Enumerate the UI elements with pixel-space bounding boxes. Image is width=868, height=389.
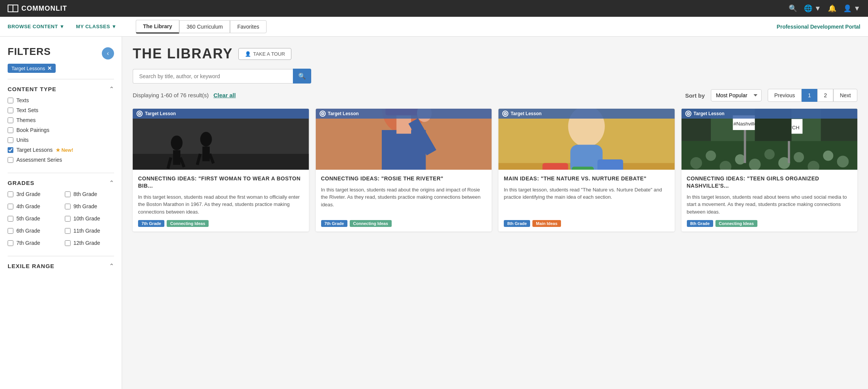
results-row: Displaying 1-60 of 76 result(s) Clear al… [133, 89, 857, 102]
card-1-tags: 7th Grade Connecting Ideas [138, 220, 304, 227]
svg-point-26 [505, 113, 506, 114]
filter-4th-grade[interactable]: 4th Grade [8, 203, 57, 209]
card-3[interactable]: Target Lesson A [498, 109, 675, 231]
sort-select[interactable]: Most Popular Title A-Z Title Z-A Newest [711, 89, 762, 101]
my-classes-chevron: ▼ [112, 24, 117, 29]
filter-11th-grade-checkbox[interactable] [65, 228, 71, 234]
filter-themes-checkbox[interactable] [8, 117, 13, 123]
card-3-desc: In this target lesson, students read "Th… [504, 186, 669, 215]
filter-6th-grade[interactable]: 6th Grade [8, 228, 57, 234]
tab-favorites[interactable]: Favorites [230, 20, 267, 33]
card-1-tag-skill: Connecting Ideas [167, 220, 209, 227]
content-type-section: CONTENT TYPE ⌃ Texts Text Sets Themes Bo… [8, 79, 114, 173]
card-3-tags: 8th Grade Main Ideas [504, 220, 669, 227]
filter-target-lessons[interactable]: Target Lessons ★ New! [8, 147, 114, 153]
filter-8th-grade[interactable]: 8th Grade [65, 191, 114, 197]
my-classes-label: MY CLASSES [76, 24, 110, 29]
filter-units[interactable]: Units [8, 137, 114, 143]
filter-10th-grade-label: 10th Grade [74, 215, 100, 222]
user-icon[interactable]: 👤 ▼ [843, 4, 860, 13]
filters-title: FILTERS [8, 46, 114, 58]
card-2-body: CONNECTING IDEAS: "ROSIE THE RIVETER" In… [316, 170, 492, 231]
filter-5th-grade[interactable]: 5th Grade [8, 215, 57, 222]
svg-point-51 [823, 151, 833, 161]
tab-360[interactable]: 360 Curriculum [179, 20, 230, 33]
card-2[interactable]: Target Lesson [316, 109, 492, 231]
filter-units-checkbox[interactable] [8, 137, 13, 143]
filter-7th-grade-checkbox[interactable] [8, 240, 13, 246]
card-1[interactable]: Target Lesson [133, 109, 309, 231]
card-1-tag-grade: 7th Grade [138, 220, 164, 227]
sidebar: FILTERS ‹ Target Lessons ✕ CONTENT TYPE … [0, 37, 122, 389]
active-filter-close[interactable]: ✕ [47, 65, 52, 71]
my-classes-menu[interactable]: MY CLASSES ▼ [76, 24, 117, 29]
svg-point-47 [764, 149, 775, 159]
page-2-button[interactable]: 2 [817, 89, 833, 102]
filter-7th-grade-label: 7th Grade [16, 240, 40, 246]
filter-5th-grade-label: 5th Grade [16, 215, 40, 222]
filter-12th-grade-checkbox[interactable] [65, 240, 71, 246]
search-input[interactable] [133, 69, 293, 84]
filter-11th-grade-label: 11th Grade [74, 228, 100, 234]
lexile-range-header[interactable]: LEXILE RANGE ⌃ [8, 262, 114, 270]
filter-8th-grade-checkbox[interactable] [65, 191, 71, 197]
svg-point-42 [690, 157, 702, 169]
prof-dev-link[interactable]: Professional Development Portal [777, 24, 860, 30]
card-4[interactable]: Target Lesson [682, 109, 858, 231]
filter-texts-checkbox[interactable] [8, 98, 13, 103]
filter-target-lessons-checkbox[interactable] [8, 147, 13, 153]
filter-themes-label: Themes [16, 117, 36, 123]
filter-themes[interactable]: Themes [8, 117, 114, 123]
filter-9th-grade[interactable]: 9th Grade [65, 203, 114, 209]
next-button[interactable]: Next [833, 89, 857, 102]
filter-11th-grade[interactable]: 11th Grade [65, 228, 114, 234]
previous-button[interactable]: Previous [768, 89, 801, 102]
commonlit-logo[interactable]: COMMONLIT [8, 5, 67, 13]
filter-7th-grade[interactable]: 7th Grade [8, 240, 57, 246]
filter-book-pairings-checkbox[interactable] [8, 127, 13, 133]
logo-book-icon [8, 5, 18, 12]
card-1-body: CONNECTING IDEAS: "FIRST WOMAN TO WEAR A… [133, 170, 309, 231]
card-3-title: MAIN IDEAS: "THE NATURE VS. NURTURE DEBA… [504, 175, 669, 182]
content-type-header[interactable]: CONTENT TYPE ⌃ [8, 85, 114, 93]
filter-4th-grade-checkbox[interactable] [8, 204, 13, 209]
page-1-button[interactable]: 1 [802, 89, 818, 102]
filter-12th-grade[interactable]: 12th Grade [65, 240, 114, 246]
grades-section: GRADES ⌃ 3rd Grade 8th Grade 4th Grade [8, 173, 114, 256]
filter-book-pairings-label: Book Pairings [16, 127, 49, 133]
filter-6th-grade-checkbox[interactable] [8, 228, 13, 234]
notification-icon[interactable]: 🔔 [828, 4, 836, 13]
svg-rect-32 [572, 167, 594, 170]
filter-text-sets[interactable]: Text Sets [8, 107, 114, 113]
filter-3rd-grade[interactable]: 3rd Grade [8, 191, 57, 197]
filter-assessment-series[interactable]: Assessment Series [8, 157, 114, 163]
sort-pagination-group: Sort by Most Popular Title A-Z Title Z-A… [685, 89, 857, 102]
take-tour-button[interactable]: 👤 TAKE A TOUR [238, 48, 292, 60]
card-1-badge-label: Target Lesson [145, 111, 176, 116]
globe-icon[interactable]: 🌐 ▼ [804, 4, 821, 13]
star-icon: ★ [56, 147, 60, 153]
search-button[interactable]: 🔍 [293, 69, 311, 84]
browse-content-menu[interactable]: BROWSE CONTENT ▼ [8, 24, 64, 29]
lexile-range-chevron: ⌃ [109, 262, 114, 270]
filter-texts[interactable]: Texts [8, 97, 114, 103]
clear-all-button[interactable]: Clear all [214, 92, 236, 98]
card-3-tag-grade: 8th Grade [504, 220, 530, 227]
filter-back-button[interactable]: ‹ [102, 47, 114, 59]
tab-library[interactable]: The Library [136, 20, 179, 34]
filter-3rd-grade-checkbox[interactable] [8, 191, 13, 197]
filter-10th-grade-checkbox[interactable] [65, 216, 71, 222]
grades-header[interactable]: GRADES ⌃ [8, 179, 114, 186]
filter-book-pairings[interactable]: Book Pairings [8, 127, 114, 133]
active-filter-label: Target Lessons [11, 66, 45, 71]
content-type-title: CONTENT TYPE [8, 86, 56, 92]
filter-5th-grade-checkbox[interactable] [8, 216, 13, 222]
grades-grid: 3rd Grade 8th Grade 4th Grade 9th Grade … [8, 191, 114, 250]
active-filter-tag[interactable]: Target Lessons ✕ [8, 64, 56, 73]
filter-text-sets-checkbox[interactable] [8, 108, 13, 113]
filter-9th-grade-checkbox[interactable] [65, 204, 71, 209]
search-icon[interactable]: 🔍 [789, 4, 797, 13]
grades-title: GRADES [8, 180, 34, 186]
filter-10th-grade[interactable]: 10th Grade [65, 215, 114, 222]
filter-assessment-series-checkbox[interactable] [8, 157, 13, 163]
